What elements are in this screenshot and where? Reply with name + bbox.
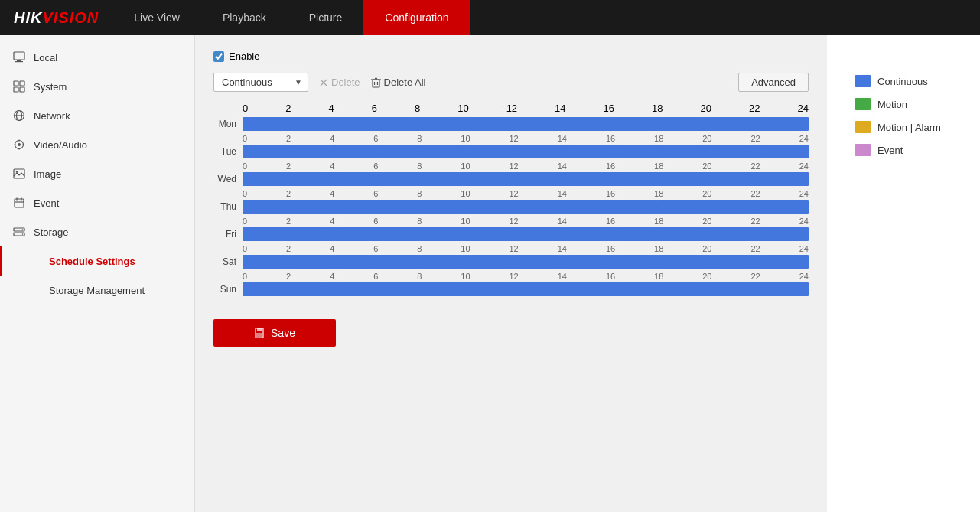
legend-color-continuous: [855, 75, 871, 87]
hour-22: 22: [749, 103, 760, 114]
legend-color-motion: [855, 98, 871, 110]
sidebar-label-network: Network: [34, 110, 70, 122]
hour-16: 16: [604, 103, 614, 114]
nav-configuration[interactable]: Configuration: [363, 0, 470, 35]
schedule-row-wed: Wed: [213, 172, 809, 186]
sidebar-item-system[interactable]: System: [0, 72, 194, 101]
sidebar-label-system: System: [34, 81, 67, 93]
logo-hik: HIK: [14, 9, 42, 26]
svg-rect-2: [15, 61, 23, 62]
day-label-mon: Mon: [213, 119, 243, 129]
hour-labels-sat: 024681012141618202224: [243, 244, 809, 253]
hour-labels-row-thu: 024681012141618202224: [213, 189, 809, 198]
schedule-row-fri: Fri: [213, 227, 809, 241]
hour-6: 6: [372, 103, 377, 114]
schedule-content: Enable Continuous Motion Motion | Alarm …: [195, 35, 827, 512]
day-label-thu: Thu: [213, 201, 243, 212]
hour-labels-row-sat: 024681012141618202224: [213, 244, 809, 253]
schedule-bar-sun[interactable]: [243, 282, 809, 296]
toolbar: Continuous Motion Motion | Alarm Event ▼…: [213, 73, 809, 92]
hour-labels-row-tue: 024681012141618202224: [213, 134, 809, 143]
advanced-button[interactable]: Advanced: [738, 73, 809, 92]
hour-labels-sun: 024681012141618202224: [243, 272, 809, 281]
sidebar-item-schedule-settings[interactable]: Schedule Settings: [0, 246, 194, 276]
svg-rect-0: [14, 52, 24, 60]
legend-label-motion-alarm: Motion | Alarm: [877, 122, 941, 133]
nav-picture[interactable]: Picture: [288, 0, 364, 35]
hour-12: 12: [506, 103, 517, 114]
legend-item-event: Event: [855, 144, 952, 156]
save-icon: [254, 328, 265, 338]
hour-labels: 0 2 4 6 8 10 12 14 16 18 20 22 24: [243, 103, 809, 114]
sidebar-item-event[interactable]: Event: [0, 188, 194, 217]
video-icon: [12, 138, 26, 152]
sidebar-label-schedule-settings: Schedule Settings: [49, 256, 135, 267]
main-layout: Local System Network Video/Audio Image: [0, 35, 980, 512]
sidebar-item-local[interactable]: Local: [0, 43, 194, 72]
hour-labels-wed: 024681012141618202224: [243, 161, 809, 171]
schedule-bar-thu[interactable]: [243, 200, 809, 214]
storage-management-icon: [28, 283, 41, 297]
hour-labels-row: 0 2 4 6 8 10 12 14 16 18 20 22 24: [213, 103, 809, 114]
save-button[interactable]: Save: [213, 319, 336, 347]
hour-labels-fri: 024681012141618202224: [243, 217, 809, 226]
svg-rect-18: [15, 199, 24, 207]
hour-labels-tue: 024681012141618202224: [243, 134, 809, 143]
storage-icon: [12, 225, 26, 239]
svg-rect-1: [17, 60, 21, 61]
day-label-sat: Sat: [213, 256, 243, 267]
hour-labels-row-fri: 024681012141618202224: [213, 217, 809, 226]
svg-rect-28: [373, 80, 379, 87]
hour-20: 20: [701, 103, 711, 114]
schedule-settings-icon: [28, 254, 41, 268]
legend-color-motion-alarm: [855, 121, 871, 133]
sidebar-label-storage: Storage: [34, 227, 69, 238]
hour-24: 24: [797, 103, 808, 114]
enable-label[interactable]: Enable: [229, 51, 259, 62]
sidebar-item-storage-management[interactable]: Storage Management: [0, 276, 194, 305]
sidebar-item-storage[interactable]: Storage: [0, 217, 194, 246]
legend: Continuous Motion Motion | Alarm Event: [839, 63, 968, 168]
legend-item-motion-alarm: Motion | Alarm: [855, 121, 952, 133]
nav-playback[interactable]: Playback: [201, 0, 288, 35]
monitor-icon: [12, 51, 26, 64]
schedule-bar-sat[interactable]: [243, 255, 809, 269]
svg-point-24: [22, 229, 24, 230]
sidebar-item-network[interactable]: Network: [0, 101, 194, 130]
sidebar-item-image[interactable]: Image: [0, 159, 194, 188]
schedule-bar-tue[interactable]: [243, 145, 809, 158]
svg-rect-35: [256, 333, 262, 337]
day-label-sun: Sun: [213, 284, 243, 295]
svg-rect-4: [20, 81, 24, 86]
sidebar-item-video-audio[interactable]: Video/Audio: [0, 130, 194, 159]
sidebar-label-image: Image: [34, 168, 61, 180]
enable-checkbox[interactable]: [213, 51, 224, 62]
svg-rect-34: [257, 328, 262, 331]
schedule-row-sun: Sun: [213, 282, 809, 296]
svg-point-17: [16, 171, 18, 172]
delete-button[interactable]: Delete: [319, 77, 360, 88]
svg-rect-16: [14, 169, 24, 178]
nav-live-view[interactable]: Live View: [112, 0, 201, 35]
top-navigation: HIKVISION Live View Playback Picture Con…: [0, 0, 980, 35]
sidebar: Local System Network Video/Audio Image: [0, 35, 195, 512]
svg-rect-6: [20, 87, 24, 92]
svg-point-25: [22, 233, 24, 235]
legend-item-motion: Motion: [855, 98, 952, 110]
hour-labels-row-sun: 024681012141618202224: [213, 272, 809, 281]
event-icon: [12, 196, 26, 210]
delete-all-icon: [371, 77, 381, 88]
svg-point-15: [23, 144, 24, 145]
schedule-row-thu: Thu: [213, 200, 809, 214]
legend-label-event: Event: [877, 145, 903, 156]
day-label-fri: Fri: [213, 229, 243, 240]
schedule-bar-fri[interactable]: [243, 227, 809, 241]
schedule-bar-wed[interactable]: [243, 172, 809, 186]
delete-all-button[interactable]: Delete All: [371, 77, 426, 88]
legend-label-motion: Motion: [877, 99, 907, 110]
recording-type-select[interactable]: Continuous Motion Motion | Alarm Event: [213, 73, 308, 92]
schedule-bar-mon[interactable]: [243, 117, 809, 131]
hour-18: 18: [652, 103, 663, 114]
schedule-row-mon: Mon: [213, 117, 809, 131]
hour-2: 2: [285, 103, 291, 114]
